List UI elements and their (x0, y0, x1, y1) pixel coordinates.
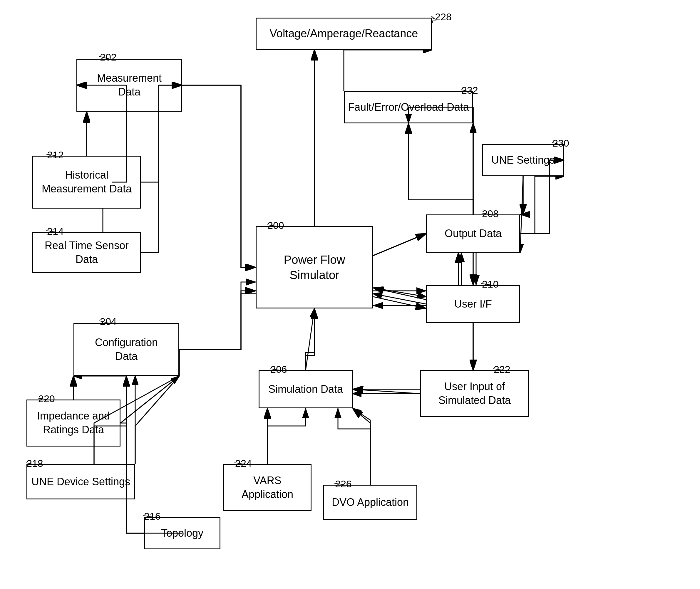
ref-216: 216 (144, 511, 161, 522)
output-data-box: Output Data (426, 214, 520, 253)
ref-210: 210 (482, 278, 499, 290)
impedance-ratings-box: Impedance andRatings Data (26, 400, 121, 446)
simulation-data-box: Simulation Data (258, 370, 353, 408)
fault-error-box: Fault/Error/Overload Data (344, 91, 473, 124)
une-settings-box: UNE Settings (482, 144, 564, 176)
real-time-sensor-box: Real Time Sensor Data (32, 232, 141, 273)
vars-application-box: VARSApplication (223, 464, 312, 511)
ref-218: 218 (26, 458, 43, 469)
ref-204: 204 (100, 316, 117, 327)
user-if-box: User I/F (426, 285, 520, 323)
une-device-settings-label: UNE Device Settings (31, 475, 130, 489)
simulation-data-label: Simulation Data (268, 383, 343, 396)
ref-228: 228 (435, 11, 452, 23)
configuration-data-box: ConfigurationData (73, 323, 179, 376)
power-flow-simulator-label: Power FlowSimulator (284, 252, 345, 282)
measurement-data-label: MeasurementData (97, 71, 162, 99)
historical-measurement-label: HistoricalMeasurement Data (42, 168, 132, 196)
voltage-amperage-box: Voltage/Amperage/Reactance (256, 18, 432, 50)
vars-application-label: VARSApplication (241, 474, 293, 502)
impedance-ratings-label: Impedance andRatings Data (37, 409, 110, 437)
svg-line-40 (373, 233, 426, 255)
fault-error-label: Fault/Error/Overload Data (348, 101, 469, 114)
ref-230: 230 (552, 138, 569, 149)
une-device-settings-box: UNE Device Settings (26, 464, 135, 500)
dvo-application-box: DVO Application (323, 485, 417, 520)
ref-224: 224 (235, 458, 252, 469)
real-time-sensor-label: Real Time Sensor Data (36, 239, 137, 266)
ref-212: 212 (47, 149, 64, 161)
ref-214: 214 (47, 226, 64, 237)
user-if-label: User I/F (454, 297, 492, 311)
ref-208: 208 (482, 208, 499, 219)
measurement-data-box: MeasurementData (76, 59, 182, 112)
power-flow-simulator-box: Power FlowSimulator (256, 226, 373, 309)
ref-220: 220 (38, 393, 55, 404)
ref-226: 226 (335, 478, 352, 490)
ref-228-tick: ⌐ (432, 16, 437, 26)
topology-label: Topology (161, 527, 203, 540)
ref-200: 200 (268, 220, 284, 231)
ref-206: 206 (271, 364, 287, 375)
voltage-amperage-label: Voltage/Amperage/Reactance (270, 26, 418, 41)
historical-measurement-box: HistoricalMeasurement Data (32, 156, 141, 209)
output-data-label: Output Data (445, 227, 502, 241)
ref-202: 202 (100, 51, 117, 63)
configuration-data-label: ConfigurationData (95, 336, 158, 363)
diagram-main: Voltage/Amperage/Reactance Fault/Error/O… (0, 0, 700, 589)
user-input-simulated-label: User Input ofSimulated Data (439, 380, 511, 407)
dvo-application-label: DVO Application (332, 496, 409, 510)
ref-222: 222 (494, 364, 510, 375)
ref-232: 232 (461, 84, 478, 96)
user-input-simulated-box: User Input ofSimulated Data (420, 370, 529, 417)
une-settings-label: UNE Settings (491, 153, 555, 167)
